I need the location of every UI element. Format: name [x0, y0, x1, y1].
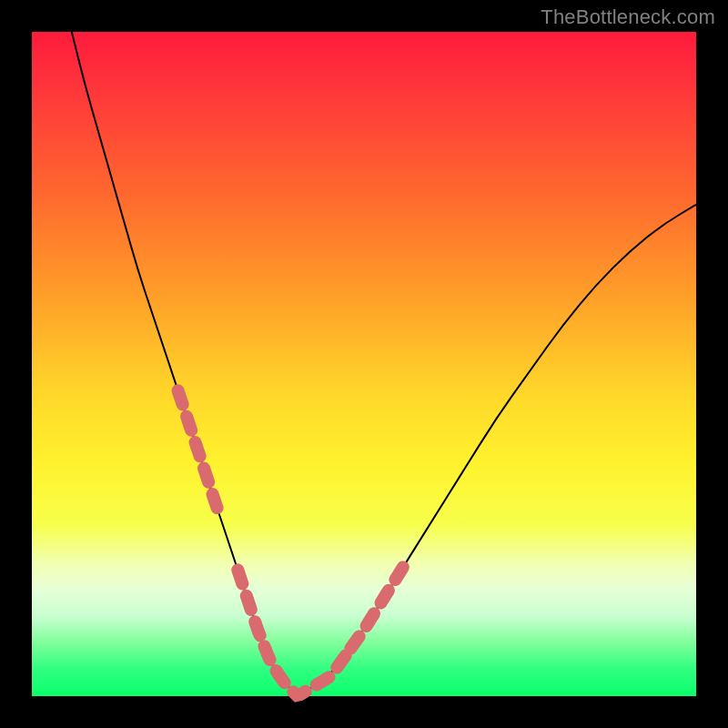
watermark-text: TheBottleneck.com	[541, 5, 715, 29]
chart-frame: TheBottleneck.com	[0, 0, 728, 728]
dash-segment	[350, 566, 403, 649]
dash-segment	[238, 570, 264, 646]
plot-area	[32, 32, 696, 696]
dash-segment	[265, 646, 351, 695]
dashed-highlight	[178, 390, 404, 695]
dash-segment	[178, 390, 218, 510]
bottleneck-curve	[32, 32, 696, 696]
